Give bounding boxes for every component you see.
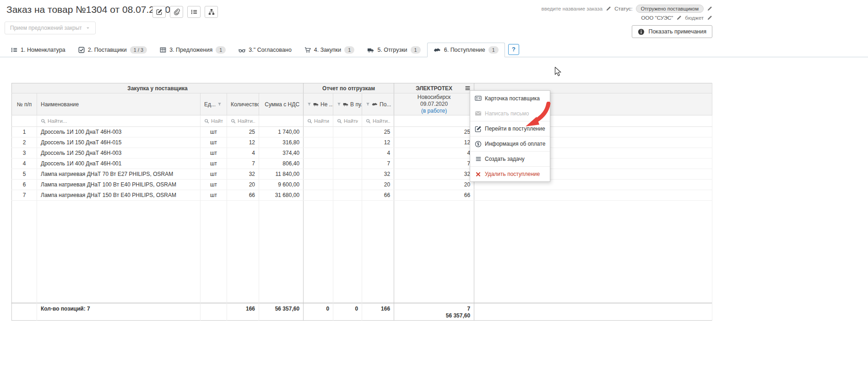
- table-row: 4 Дроссель 1И 400 ДнаТ 46Н-001 шт 7 806,…: [12, 158, 712, 169]
- info-icon: [638, 28, 645, 35]
- tab-purchases[interactable]: 4. Закупки 1: [298, 43, 361, 57]
- cell-name: Лампа натриевая ДНаТ 150 Вт E40 PHILIPS,…: [37, 190, 201, 201]
- received-qty-link[interactable]: 20: [362, 180, 394, 190]
- filter-unit-input[interactable]: [211, 118, 223, 124]
- payment-coin-icon: [475, 141, 482, 148]
- task-list-icon: [475, 156, 482, 162]
- search-icon: [231, 119, 236, 124]
- received-qty-link[interactable]: 66: [362, 190, 394, 201]
- show-notes-label: Показать примечания: [648, 28, 706, 35]
- ordered-list-icon: [11, 47, 17, 53]
- cell-not-shipped: [304, 127, 333, 137]
- empty-space-row: [12, 201, 712, 303]
- menu-item-payment-info[interactable]: Информация об оплате: [470, 136, 550, 151]
- menu-item-create-task[interactable]: Создать задачу: [470, 151, 550, 166]
- caret-down-icon: [86, 26, 90, 30]
- filter-name-input[interactable]: [48, 118, 196, 124]
- cell-supplier-qty: 12: [394, 137, 474, 148]
- cell-in-transit: [333, 190, 362, 201]
- structure-button[interactable]: [205, 6, 218, 18]
- col-received-label: По...: [380, 101, 391, 108]
- tab-label: 5. Отгрузки: [377, 47, 407, 53]
- envelope-icon: [475, 110, 482, 117]
- cell-not-shipped: [304, 148, 333, 158]
- offers-closed-button[interactable]: Прием предложений закрыт: [5, 22, 96, 34]
- tab-receipts[interactable]: 6. Поступление 1: [427, 43, 505, 57]
- tab-proposals[interactable]: 3. Предложения 1: [153, 43, 232, 57]
- received-qty-link[interactable]: 12: [362, 137, 394, 148]
- truck-icon: [367, 47, 374, 54]
- received-qty-link[interactable]: 25: [362, 127, 394, 137]
- group-header-supplier: ЭЛЕКТРОТЕХ: [394, 83, 474, 93]
- received-qty-link[interactable]: 4: [362, 148, 394, 158]
- tab-suppliers[interactable]: 2. Поставщики 1 / 3: [72, 43, 153, 57]
- filter-in-transit-input[interactable]: [344, 118, 358, 124]
- pencil-icon[interactable]: [707, 15, 712, 21]
- edit-order-button[interactable]: [152, 6, 166, 18]
- cell-unit: шт: [201, 148, 227, 158]
- tab-nomenclature[interactable]: 1. Номенклатура: [5, 43, 72, 57]
- order-meta-line2: ООО "СУЭС" бюджет: [641, 15, 712, 21]
- cell-in-transit: [333, 180, 362, 190]
- filter-received-input[interactable]: [373, 118, 390, 124]
- cell-name: Лампа натриевая ДНаТ 100 Вт E40 PHILIPS,…: [37, 180, 201, 190]
- cart-icon: [304, 47, 311, 53]
- filter-funnel-icon[interactable]: [337, 102, 341, 106]
- positions-count-label: Кол-во позиций: 7: [37, 303, 201, 321]
- col-received[interactable]: По...: [362, 93, 394, 115]
- pencil-icon[interactable]: [707, 6, 712, 11]
- menu-item-delete-receipt[interactable]: Удалить поступление: [470, 166, 550, 181]
- cell-supplier-qty: 20: [394, 180, 474, 190]
- attachments-button[interactable]: [170, 6, 183, 18]
- id-card-icon: [475, 95, 482, 102]
- cell-num: 5: [12, 169, 37, 180]
- group-header-shipping-report: Отчет по отгрузкам: [304, 83, 394, 93]
- check-square-icon: [78, 47, 85, 53]
- supplier-totals: 7 56 357,60: [394, 303, 474, 321]
- filter-funnel-icon[interactable]: [217, 102, 222, 106]
- search-icon: [204, 119, 209, 124]
- cell-num: 4: [12, 158, 37, 169]
- filter-funnel-icon[interactable]: [307, 102, 311, 106]
- menu-item-label: Карточка поставщика: [485, 95, 540, 102]
- not-shipped-total: 0: [304, 303, 333, 321]
- supplier-state-link[interactable]: (в работе): [398, 108, 470, 115]
- status-label: Статус:: [614, 6, 633, 11]
- filter-row: [12, 115, 712, 127]
- tab-agreed[interactable]: 3." Согласовано: [232, 43, 298, 57]
- show-notes-button[interactable]: Показать примечания: [632, 25, 712, 38]
- col-unit[interactable]: Ед...: [201, 93, 227, 115]
- org-name: ООО "СУЭС": [641, 15, 673, 21]
- title-toolbar: [152, 6, 218, 18]
- pencil-icon[interactable]: [676, 15, 682, 21]
- filter-qty-input[interactable]: [238, 118, 255, 124]
- page-title: Заказ на товар №1304 от 08.07.2020: [6, 4, 170, 15]
- cell-not-shipped: [304, 137, 333, 148]
- received-qty-link[interactable]: 32: [362, 169, 394, 180]
- group-header-row: Закупка у поставщика Отчет по отгрузкам …: [12, 83, 712, 93]
- col-in-transit[interactable]: В пу...: [333, 93, 362, 115]
- edit-square-icon: [156, 9, 163, 15]
- col-unit-label: Ед...: [204, 101, 216, 108]
- status-badge[interactable]: Отгружено поставщиком: [636, 5, 704, 13]
- col-not-shipped[interactable]: Не ...: [304, 93, 333, 115]
- received-qty-link[interactable]: 7: [362, 158, 394, 169]
- list-view-button[interactable]: [187, 6, 201, 18]
- supplier-name: ЭЛЕКТРОТЕХ: [416, 85, 452, 92]
- pencil-icon[interactable]: [606, 6, 611, 11]
- filter-funnel-icon[interactable]: [366, 102, 370, 106]
- tab-label: 6. Поступление: [444, 47, 485, 53]
- filter-not-shipped-input[interactable]: [314, 118, 329, 124]
- cell-supplier-qty: 25: [394, 127, 474, 137]
- tab-label: 1. Номенклатура: [21, 47, 65, 53]
- help-button[interactable]: ?: [508, 44, 519, 55]
- col-num: № п/п: [12, 93, 37, 115]
- cell-in-transit: [333, 148, 362, 158]
- tab-shipments[interactable]: 5. Отгрузки 1: [361, 43, 427, 57]
- cell-in-transit: [333, 127, 362, 137]
- order-items-table: Закупка у поставщика Отчет по отгрузкам …: [11, 83, 712, 321]
- cell-qty: 20: [227, 180, 259, 190]
- cell-supplier-qty: 7: [394, 158, 474, 169]
- cell-sum: 316,80: [259, 137, 304, 148]
- supplier-city: Новосибирск: [398, 94, 470, 101]
